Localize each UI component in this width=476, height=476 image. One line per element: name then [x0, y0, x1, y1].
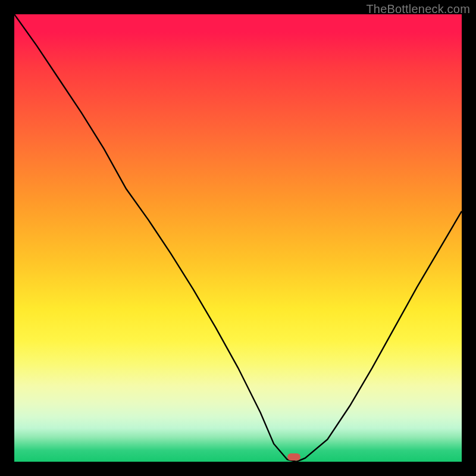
bottleneck-curve — [14, 14, 462, 462]
plot-area — [14, 14, 462, 462]
curve-path — [14, 14, 462, 462]
minimum-marker-icon — [287, 453, 301, 461]
chart-stage: TheBottleneck.com — [0, 0, 476, 476]
